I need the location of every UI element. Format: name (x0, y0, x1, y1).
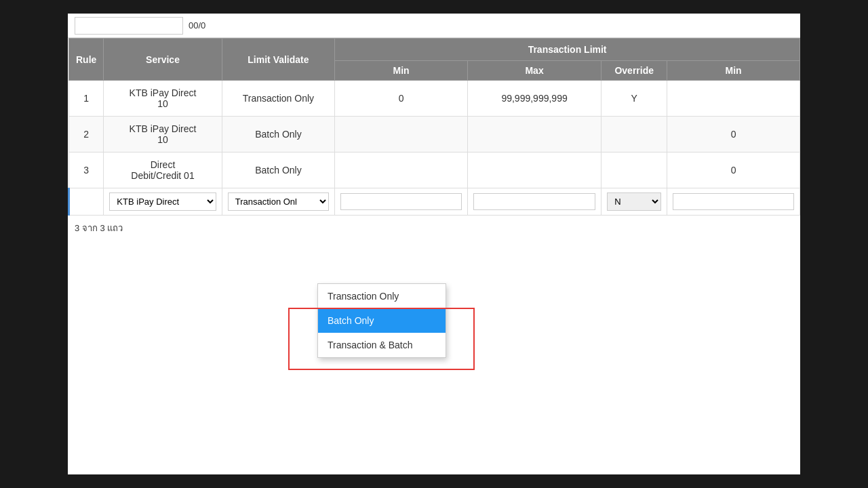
cell-service: KTB iPay Direct10 (104, 81, 222, 117)
top-value: 00/0 (189, 20, 205, 30)
cell-max (467, 152, 601, 188)
min-right-input[interactable] (673, 193, 794, 210)
cell-service: DirectDebit/Credit 01 (104, 152, 222, 188)
table-row: 3 DirectDebit/Credit 01 Batch Only 0 (69, 152, 800, 188)
cell-rule: 3 (69, 152, 104, 188)
main-container: 00/0 Rule Service Limit Validate Transac… (68, 14, 800, 474)
cell-min-right (667, 81, 800, 117)
cell-limit-validate: Transaction Only (222, 81, 334, 117)
dropdown-item-batch-only[interactable]: Batch Only (318, 308, 446, 333)
top-bar: 00/0 (68, 14, 800, 38)
edit-row: KTB iPay Direct KTB iPay Direct 10 Direc… (69, 188, 800, 216)
th-transaction-limit: Transaction Limit (335, 39, 800, 61)
dropdown-item-transaction-only[interactable]: Transaction Only (318, 284, 446, 308)
dropdown-overlay[interactable]: Transaction Only Batch Only Transaction … (317, 283, 446, 358)
cell-override (601, 117, 667, 152)
min-input[interactable] (340, 193, 462, 210)
service-select[interactable]: KTB iPay Direct KTB iPay Direct 10 Direc… (109, 192, 216, 211)
table-row: 1 KTB iPay Direct10 Transaction Only 0 9… (69, 81, 800, 117)
table-wrapper: Rule Service Limit Validate Transaction … (68, 38, 800, 216)
dropdown-item-transaction-batch[interactable]: Transaction & Batch (318, 333, 446, 357)
cell-rule: 2 (69, 117, 104, 152)
max-input[interactable] (473, 193, 595, 210)
cell-max (467, 117, 601, 152)
edit-cell-override[interactable]: N Y (601, 188, 667, 216)
th-override: Override (601, 61, 667, 81)
edit-cell-service[interactable]: KTB iPay Direct KTB iPay Direct 10 Direc… (104, 188, 222, 216)
edit-cell-limit-validate[interactable]: Transaction Onl Batch Only Transaction &… (222, 188, 334, 216)
edit-cell-min-right[interactable] (667, 188, 800, 216)
cell-max: 99,999,999,999 (467, 81, 601, 117)
table-row: 2 KTB iPay Direct10 Batch Only 0 (69, 117, 800, 152)
edit-cell-min[interactable] (335, 188, 468, 216)
override-select[interactable]: N Y (607, 192, 661, 211)
th-min-right: Min (667, 61, 800, 81)
th-max: Max (467, 61, 601, 81)
cell-min-right: 0 (667, 152, 800, 188)
cell-override: Y (601, 81, 667, 117)
th-limit-validate: Limit Validate (222, 39, 334, 81)
main-table: Rule Service Limit Validate Transaction … (68, 38, 800, 216)
edit-cell-max[interactable] (467, 188, 601, 216)
cell-limit-validate: Batch Only (222, 117, 334, 152)
cell-rule: 1 (69, 81, 104, 117)
cell-min (335, 152, 468, 188)
edit-cell-rule (69, 188, 104, 216)
th-rule: Rule (69, 39, 104, 81)
th-service: Service (104, 39, 222, 81)
footer-text: 3 จาก 3 แถว (75, 223, 123, 233)
cell-min: 0 (335, 81, 468, 117)
cell-override (601, 152, 667, 188)
cell-min (335, 117, 468, 152)
th-min: Min (335, 61, 468, 81)
cell-limit-validate: Batch Only (222, 152, 334, 188)
cell-service: KTB iPay Direct10 (104, 117, 222, 152)
cell-min-right: 0 (667, 117, 800, 152)
top-input[interactable] (75, 17, 183, 35)
footer: 3 จาก 3 แถว (68, 216, 800, 241)
limit-validate-select[interactable]: Transaction Onl Batch Only Transaction &… (228, 192, 329, 211)
